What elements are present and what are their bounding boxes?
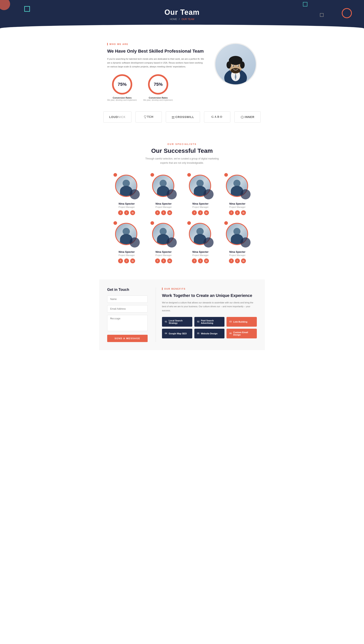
team-twitter-icon-1[interactable]: t	[161, 210, 166, 215]
team-twitter-icon-3[interactable]: t	[235, 210, 240, 215]
team-facebook-icon-1[interactable]: f	[155, 210, 160, 215]
logo-inner-text: INNER	[241, 115, 254, 119]
breadcrumb-home[interactable]: HOME	[170, 18, 177, 21]
stat-2-desc: We plan, develop and implement.	[143, 99, 173, 101]
svg-rect-15	[172, 116, 173, 117]
service-num-0: 01	[165, 320, 167, 323]
team-avatar-dark-circle-2	[204, 189, 214, 199]
team-avatar-dark-circle-4	[130, 237, 140, 247]
team-member-role-0: Project Manager	[111, 206, 142, 208]
service-num-5: 06	[229, 332, 232, 335]
contact-col: Get in Touch SEND A MESSAGE	[107, 287, 148, 342]
team-member-name-6: Nina Specter	[185, 250, 216, 253]
service-item-2[interactable]: 03 Link Building	[226, 317, 257, 327]
service-item-4[interactable]: 05 Website Design	[194, 329, 225, 339]
team-facebook-icon-3[interactable]: f	[229, 210, 234, 215]
benefits-heading: Work Together to Create an Unique Experi…	[162, 293, 257, 298]
team-grid-row2: Nina Specter Project Manager f t in Nina…	[111, 221, 253, 263]
team-card-5: Nina Specter Project Manager f t in	[148, 221, 179, 263]
service-name-2: Link Building	[233, 320, 247, 323]
team-member-name-5: Nina Specter	[148, 250, 179, 253]
team-linkedin-icon-3[interactable]: in	[241, 210, 246, 215]
team-linkedin-icon-1[interactable]: in	[167, 210, 172, 215]
logo-loudnick: LOUDNICK	[103, 111, 132, 123]
service-name-0: Local Search Strategy	[169, 319, 190, 324]
team-twitter-icon-7[interactable]: t	[235, 258, 240, 263]
team-social-icons-6: f t in	[185, 258, 216, 263]
email-input[interactable]	[107, 305, 148, 312]
name-input[interactable]	[107, 295, 148, 303]
team-twitter-icon-4[interactable]: t	[124, 258, 129, 263]
logos-section: LOUDNICK TCH CROSSWILL GABO INNER	[0, 107, 364, 133]
service-item-1[interactable]: 02 Paid Search Advertising	[194, 317, 225, 327]
svg-point-11	[238, 65, 239, 67]
team-social-icons-5: f t in	[148, 258, 179, 263]
team-avatar-wrap-5	[150, 221, 177, 247]
team-linkedin-icon-4[interactable]: in	[130, 258, 135, 263]
team-avatar-wrap-4	[114, 221, 140, 247]
stat-2: 75% Conversion Rates We plan, develop an…	[143, 74, 173, 101]
team-avatar-dot-6	[187, 221, 191, 225]
team-avatar-wrap-1	[150, 173, 177, 199]
logo-inner: INNER	[234, 111, 261, 123]
team-avatar-dot-5	[150, 221, 154, 225]
contact-heading: Get in Touch	[107, 287, 148, 292]
team-avatar-dot-0	[114, 173, 117, 177]
team-linkedin-icon-0[interactable]: in	[130, 210, 135, 215]
team-card-6: Nina Specter Project Manager f t in	[185, 221, 216, 263]
team-section: OUR SPECIALISTS Our Successful Team Thro…	[0, 133, 364, 279]
service-item-3[interactable]: 04 Google Map SEO	[162, 329, 192, 339]
team-facebook-icon-5[interactable]: f	[155, 258, 160, 263]
svg-point-10	[233, 65, 234, 67]
team-linkedin-icon-6[interactable]: in	[204, 258, 209, 263]
team-social-icons-4: f t in	[111, 258, 142, 263]
team-facebook-icon-0[interactable]: f	[118, 210, 123, 215]
team-linkedin-icon-5[interactable]: in	[167, 258, 172, 263]
logo-pitch: TCH	[136, 111, 162, 123]
team-twitter-icon-5[interactable]: t	[161, 258, 166, 263]
team-avatar-dot-2	[187, 173, 191, 177]
team-member-role-6: Project Manager	[185, 254, 216, 256]
team-social-icons-2: f t in	[185, 210, 216, 215]
service-item-5[interactable]: 06 Custom Email Design	[226, 329, 257, 339]
service-num-4: 05	[197, 332, 200, 335]
team-avatar-wrap-7	[224, 221, 250, 247]
team-linkedin-icon-7[interactable]: in	[241, 258, 246, 263]
service-item-0[interactable]: 01 Local Search Strategy	[162, 317, 192, 327]
page-title: Our Team	[4, 8, 360, 17]
team-social-icons-7: f t in	[222, 258, 253, 263]
benefits-col: OUR BENEFITS Work Together to Create an …	[156, 287, 257, 342]
team-facebook-icon-6[interactable]: f	[192, 258, 197, 263]
team-section-heading: Our Successful Team	[8, 147, 356, 154]
team-avatar-wrap-2	[187, 173, 214, 199]
team-facebook-icon-2[interactable]: f	[192, 210, 197, 215]
team-facebook-icon-4[interactable]: f	[118, 258, 123, 263]
team-member-role-7: Project Manager	[222, 254, 253, 256]
logo-loudnick-text: LOUDNICK	[109, 115, 126, 119]
svg-point-6	[226, 61, 231, 68]
team-linkedin-icon-2[interactable]: in	[204, 210, 209, 215]
stat-1: 75% Conversion Rates We plan, develop an…	[107, 74, 137, 101]
team-facebook-icon-7[interactable]: f	[229, 258, 234, 263]
svg-marker-19	[241, 116, 244, 119]
who-we-are-section: WHO WE ARE We Have Only Best Skilled Pro…	[99, 33, 265, 107]
message-input[interactable]	[107, 315, 148, 331]
team-twitter-icon-0[interactable]: t	[124, 210, 129, 215]
team-avatar-wrap-3	[224, 173, 250, 199]
who-heading: We Have Only Best Skilled Professional T…	[107, 48, 204, 54]
team-twitter-icon-6[interactable]: t	[198, 258, 203, 263]
logo-pitch-text: TCH	[144, 115, 154, 119]
stats-row: 75% Conversion Rates We plan, develop an…	[107, 74, 204, 101]
stat-1-circle: 75%	[112, 74, 132, 95]
stat-2-value: 75%	[154, 82, 162, 87]
team-avatar-dark-circle-1	[167, 189, 177, 199]
benefits-label: OUR BENEFITS	[162, 287, 257, 290]
logo-crosswill-text: CROSSWILL	[172, 115, 194, 119]
send-button[interactable]: SEND A MESSAGE	[107, 335, 148, 342]
service-name-5: Custom Email Design	[233, 331, 254, 336]
team-member-role-1: Project Manager	[148, 206, 179, 208]
team-twitter-icon-2[interactable]: t	[198, 210, 203, 215]
bottom-section: Get in Touch SEND A MESSAGE OUR BENEFITS…	[99, 279, 265, 350]
svg-rect-18	[173, 118, 174, 119]
team-member-name-2: Nina Specter	[185, 202, 216, 205]
